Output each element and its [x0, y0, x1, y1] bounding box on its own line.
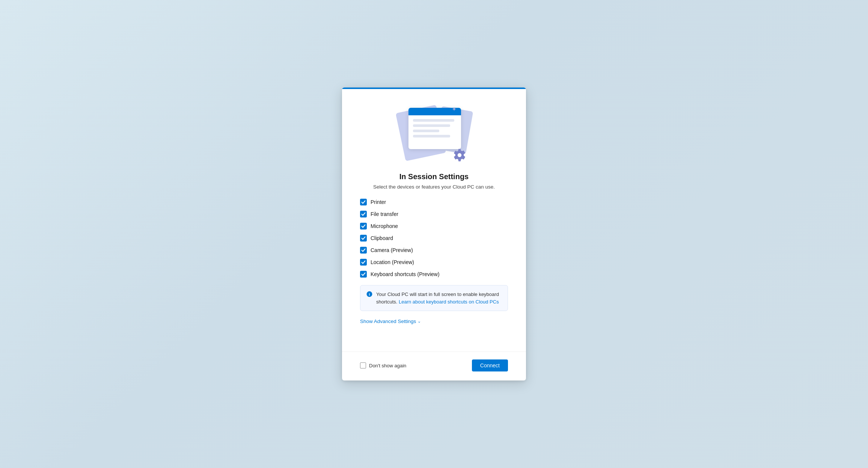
- checkbox-camera-box[interactable]: [360, 247, 367, 254]
- checkbox-keyboard-shortcuts-box[interactable]: [360, 271, 367, 278]
- dont-show-container: Don't show again: [360, 362, 406, 368]
- checkbox-file-transfer[interactable]: File transfer: [360, 211, 508, 217]
- illus-window: [408, 108, 461, 149]
- checkbox-printer-box[interactable]: [360, 199, 367, 205]
- illustration: ✦: [360, 101, 508, 165]
- chevron-down-icon: ⌄: [417, 319, 421, 324]
- checkbox-keyboard-shortcuts-label: Keyboard shortcuts (Preview): [371, 271, 440, 277]
- checkbox-clipboard-label: Clipboard: [371, 235, 393, 241]
- show-advanced-button[interactable]: Show Advanced Settings ⌄: [360, 319, 508, 324]
- dialog-body: ✦ In Session Settings Select the devices…: [342, 89, 526, 352]
- checkbox-file-transfer-box[interactable]: [360, 211, 367, 217]
- checkbox-location[interactable]: Location (Preview): [360, 259, 508, 266]
- checkbox-camera[interactable]: Camera (Preview): [360, 247, 508, 254]
- illus-line-1: [413, 119, 454, 122]
- connect-button[interactable]: Connect: [472, 359, 508, 371]
- info-box: i Your Cloud PC will start in full scree…: [360, 285, 508, 311]
- checkbox-location-box[interactable]: [360, 259, 367, 266]
- gear-icon: [453, 148, 466, 162]
- illus-line-3: [413, 130, 439, 132]
- sparkle-icon: ✦: [452, 106, 457, 113]
- checkbox-file-transfer-label: File transfer: [371, 211, 398, 217]
- in-session-settings-dialog: ✦ In Session Settings Select the devices…: [342, 88, 526, 380]
- dialog-title: In Session Settings: [360, 172, 508, 181]
- info-link[interactable]: Learn about keyboard shortcuts on Cloud …: [399, 299, 499, 305]
- checkbox-location-label: Location (Preview): [371, 259, 414, 265]
- checkbox-clipboard[interactable]: Clipboard: [360, 235, 508, 242]
- dont-show-label: Don't show again: [369, 363, 406, 368]
- show-advanced-label: Show Advanced Settings: [360, 319, 416, 324]
- dialog-subtitle: Select the devices or features your Clou…: [360, 184, 508, 190]
- svg-text:i: i: [369, 292, 370, 296]
- info-icon: i: [366, 291, 372, 305]
- dont-show-checkbox[interactable]: [360, 362, 366, 368]
- checkbox-printer[interactable]: Printer: [360, 199, 508, 205]
- info-box-text: Your Cloud PC will start in full screen …: [376, 291, 502, 305]
- checkbox-microphone[interactable]: Microphone: [360, 223, 508, 229]
- checkbox-printer-label: Printer: [371, 199, 386, 205]
- illus-content-lines: [408, 115, 461, 141]
- checkbox-clipboard-box[interactable]: [360, 235, 367, 242]
- illus-line-4: [413, 135, 450, 137]
- dialog-footer: Don't show again Connect: [342, 352, 526, 380]
- checkbox-camera-label: Camera (Preview): [371, 247, 413, 253]
- illus-line-2: [413, 124, 450, 127]
- checkbox-microphone-box[interactable]: [360, 223, 367, 229]
- checkbox-list: Printer File transfer Microphone: [360, 199, 508, 278]
- checkbox-keyboard-shortcuts[interactable]: Keyboard shortcuts (Preview): [360, 271, 508, 278]
- checkbox-microphone-label: Microphone: [371, 223, 398, 229]
